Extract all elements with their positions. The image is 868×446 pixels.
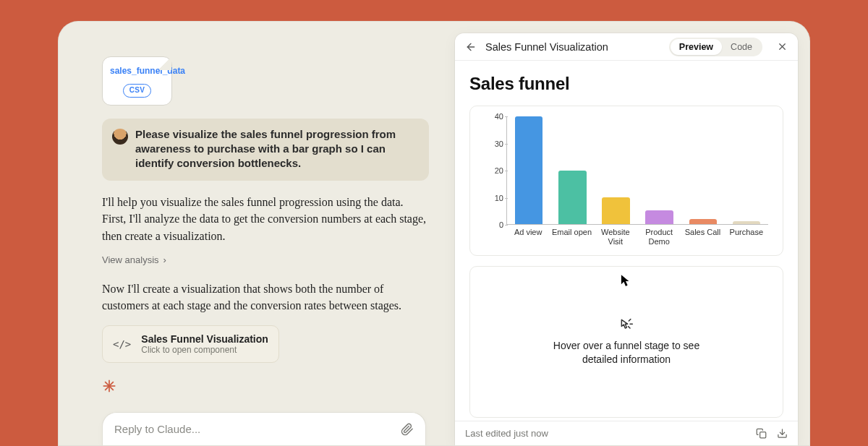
chart-bar[interactable] (558, 171, 587, 225)
x-axis-label: Sales Call (681, 228, 724, 251)
hover-info-card: Hover over a funnel stage to see detaile… (469, 266, 783, 418)
view-analysis-toggle[interactable]: View analysis › (102, 254, 166, 265)
avatar (112, 129, 128, 145)
x-axis-label: Purchase (725, 228, 768, 251)
file-type-badge: CSV (123, 84, 151, 98)
artifact-preview-pane: Sales Funnel Visualization Preview Code … (455, 33, 798, 445)
preview-body: Sales funnel 010203040 Ad viewEmail open… (455, 61, 798, 421)
y-axis-tick: 10 (482, 194, 503, 202)
file-attachment-name: sales_funnel_data (110, 66, 164, 77)
app-frame: sales_funnel_data CSV Please visualize t… (58, 21, 810, 446)
composer-input[interactable]: Reply to Claude... (102, 412, 426, 445)
assistant-message-1: I'll help you visualize the sales funnel… (102, 194, 429, 244)
artifact-subtitle: Click to open component (141, 345, 268, 355)
y-axis-tick: 0 (482, 220, 503, 229)
preview-header-title: Sales Funnel Visualization (485, 41, 608, 53)
last-edited-label: Last edited just now (465, 428, 548, 439)
x-axis-label: Product Demo (637, 228, 681, 251)
x-axis-label: Email open (550, 228, 593, 251)
code-icon: </> (113, 338, 131, 350)
copy-button[interactable] (756, 428, 767, 439)
x-axis-label: Website Visit (594, 228, 637, 251)
hover-cursor-icon (619, 317, 634, 332)
view-analysis-label: View analysis (102, 254, 159, 265)
attach-icon[interactable] (401, 423, 414, 436)
chart-card: 010203040 Ad viewEmail openWebsite Visit… (469, 106, 783, 256)
view-mode-toggle: Preview Code (669, 38, 762, 56)
y-axis-tick: 20 (482, 166, 503, 175)
chevron-right-icon: › (163, 254, 166, 265)
tab-preview[interactable]: Preview (671, 39, 722, 55)
user-message-text: Please visualize the sales funnel progre… (135, 127, 417, 171)
chart-bar[interactable] (602, 197, 630, 224)
file-attachment-chip[interactable]: sales_funnel_data CSV (102, 56, 172, 106)
y-axis-tick: 30 (482, 140, 503, 148)
cursor-icon (621, 274, 631, 287)
chart-bar[interactable] (689, 219, 718, 224)
user-message-bubble: Please visualize the sales funnel progre… (102, 119, 429, 181)
x-axis-label: Ad view (506, 228, 550, 251)
hover-hint-text: Hover over a funnel stage to see detaile… (550, 339, 702, 366)
artifact-title: Sales Funnel Visualization (141, 333, 268, 345)
chart-bar[interactable] (733, 221, 761, 224)
chart-bar[interactable] (645, 210, 673, 224)
artifact-card[interactable]: </> Sales Funnel Visualization Click to … (102, 325, 279, 363)
assistant-message-2: Now I'll create a visualization that sho… (102, 280, 429, 314)
back-button[interactable] (465, 41, 477, 53)
assistant-loading-icon (102, 379, 429, 393)
chart-title: Sales funnel (469, 74, 783, 94)
chart-bar[interactable] (515, 116, 543, 224)
close-button[interactable] (777, 41, 788, 52)
preview-header: Sales Funnel Visualization Preview Code (455, 33, 798, 61)
svg-rect-7 (760, 432, 766, 438)
composer-placeholder: Reply to Claude... (114, 423, 200, 435)
tab-code[interactable]: Code (722, 39, 761, 55)
chart-plot-area[interactable] (506, 116, 768, 225)
y-axis-tick: 40 (482, 112, 503, 121)
chat-pane: sales_funnel_data CSV Please visualize t… (59, 22, 455, 445)
download-button[interactable] (777, 428, 788, 439)
preview-footer: Last edited just now (455, 421, 798, 445)
